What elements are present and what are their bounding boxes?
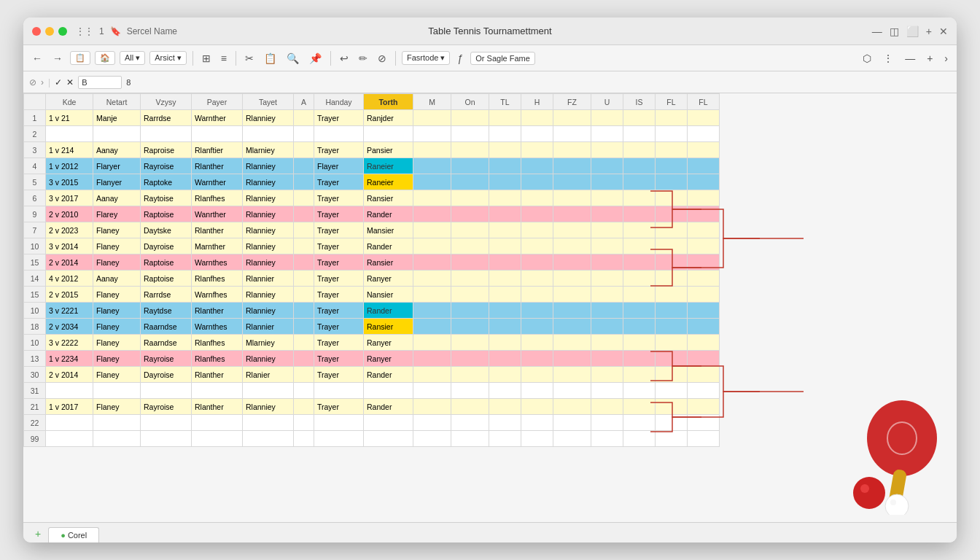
data-cell-14[interactable] — [591, 351, 623, 367]
data-cell-6[interactable] — [294, 287, 314, 303]
data-cell-2[interactable]: Flaney — [93, 367, 141, 383]
sagle-fame-button[interactable]: Or Sagle Fame — [470, 52, 535, 65]
row-number-cell[interactable]: 22 — [24, 415, 46, 431]
data-cell-2[interactable] — [93, 415, 141, 431]
data-cell-13[interactable] — [553, 254, 591, 271]
data-cell-10[interactable] — [451, 415, 489, 431]
table-row[interactable]: 11 v 21ManjeRarrdseWarntherRlannieyTraye… — [24, 110, 720, 126]
data-cell-7[interactable] — [314, 415, 364, 431]
data-cell-3[interactable] — [141, 126, 192, 142]
row-number-cell[interactable]: 31 — [24, 383, 46, 399]
data-cell-3[interactable]: Rayroise — [141, 399, 192, 415]
data-cell-5[interactable]: Rlanniey — [243, 303, 294, 319]
data-cell-13[interactable] — [553, 238, 591, 254]
maximize-button[interactable] — [58, 27, 67, 36]
data-cell-14[interactable] — [591, 431, 623, 447]
table-row[interactable]: 152 v 2014FlaneyRaptoiseWarnthesRlanniey… — [24, 254, 720, 271]
data-cell-1[interactable]: 1 v 21 — [46, 110, 93, 126]
data-cell-7[interactable]: Trayer — [314, 222, 364, 238]
data-cell-10[interactable] — [451, 158, 489, 174]
data-cell-9[interactable] — [413, 367, 451, 383]
data-cell-14[interactable] — [591, 367, 623, 383]
table-row[interactable]: 103 v 2222FlaneyRaarndseRlanfhesMlarniey… — [24, 335, 720, 351]
data-cell-10[interactable] — [451, 399, 489, 415]
undo-icon[interactable]: ↩ — [337, 51, 351, 66]
data-cell-11[interactable] — [489, 303, 521, 319]
data-cell-3[interactable]: Daytske — [141, 222, 192, 238]
data-cell-5[interactable]: Mlarniey — [243, 335, 294, 351]
data-cell-8[interactable]: Rander — [364, 206, 413, 222]
data-cell-2[interactable]: Flaryer — [93, 158, 141, 174]
minimize-button[interactable] — [45, 27, 54, 36]
data-cell-7[interactable]: Trayer — [314, 367, 364, 383]
row-number-cell[interactable]: 9 — [24, 206, 46, 222]
data-cell-17[interactable] — [688, 303, 720, 319]
data-cell-6[interactable] — [294, 415, 314, 431]
data-cell-3[interactable]: Rarrdse — [141, 287, 192, 303]
data-cell-12[interactable] — [521, 367, 553, 383]
data-cell-11[interactable] — [489, 351, 521, 367]
data-cell-16[interactable] — [656, 158, 688, 174]
data-cell-3[interactable]: Rayroise — [141, 158, 192, 174]
data-cell-14[interactable] — [591, 158, 623, 174]
data-cell-3[interactable]: Raytdse — [141, 303, 192, 319]
data-cell-8[interactable]: Rander — [364, 303, 413, 319]
data-cell-14[interactable] — [591, 271, 623, 287]
data-cell-12[interactable] — [521, 126, 553, 142]
data-cell-2[interactable] — [93, 126, 141, 142]
add-sheet-button[interactable]: + — [29, 525, 47, 542]
data-cell-16[interactable] — [656, 271, 688, 287]
data-cell-1[interactable]: 1 v 2234 — [46, 351, 93, 367]
copy-icon[interactable]: 📋 — [261, 51, 279, 66]
data-cell-3[interactable]: Rayroise — [141, 351, 192, 367]
data-cell-14[interactable] — [591, 335, 623, 351]
cell-reference-input[interactable] — [78, 76, 122, 89]
data-cell-15[interactable] — [623, 431, 656, 447]
data-cell-2[interactable]: Flaney — [93, 238, 141, 254]
row-number-cell[interactable]: 4 — [24, 158, 46, 174]
fasrtode-dropdown[interactable]: Fasrtode ▾ — [402, 51, 450, 65]
data-cell-17[interactable] — [688, 206, 720, 222]
data-cell-1[interactable]: 2 v 2023 — [46, 222, 93, 238]
data-cell-13[interactable] — [553, 399, 591, 415]
table-row[interactable]: 31 v 214AanayRaproiseRlanftierMlarnieyTr… — [24, 142, 720, 158]
data-cell-7[interactable]: Trayer — [314, 271, 364, 287]
data-cell-15[interactable] — [623, 158, 656, 174]
data-cell-10[interactable] — [451, 206, 489, 222]
data-cell-3[interactable]: Raproise — [141, 142, 192, 158]
row-number-cell[interactable]: 10 — [24, 238, 46, 254]
data-cell-17[interactable] — [688, 367, 720, 383]
data-cell-1[interactable]: 2 v 2015 — [46, 287, 93, 303]
data-cell-11[interactable] — [489, 126, 521, 142]
data-cell-17[interactable] — [688, 190, 720, 206]
row-number-cell[interactable]: 1 — [24, 110, 46, 126]
data-cell-11[interactable] — [489, 431, 521, 447]
data-cell-15[interactable] — [623, 110, 656, 126]
table-row[interactable]: 103 v 2014FlaneyDayroiseMarntherRlanniey… — [24, 238, 720, 254]
data-cell-5[interactable]: Rlanniey — [243, 158, 294, 174]
minimize-icon[interactable]: — — [872, 26, 882, 37]
close-icon[interactable]: ✕ — [939, 26, 948, 37]
data-cell-3[interactable]: Raptoke — [141, 174, 192, 190]
data-cell-10[interactable] — [451, 287, 489, 303]
row-number-cell[interactable]: 7 — [24, 222, 46, 238]
data-cell-3[interactable] — [141, 431, 192, 447]
data-cell-16[interactable] — [656, 110, 688, 126]
data-cell-15[interactable] — [623, 367, 656, 383]
data-cell-6[interactable] — [294, 271, 314, 287]
data-cell-9[interactable] — [413, 415, 451, 431]
data-cell-5[interactable]: Rlanniey — [243, 351, 294, 367]
table-row[interactable]: 2 — [24, 126, 720, 142]
data-cell-1[interactable]: 1 v 2017 — [46, 399, 93, 415]
data-cell-16[interactable] — [656, 399, 688, 415]
col-header-vzysy[interactable]: Vzysy — [141, 94, 192, 110]
data-cell-4[interactable]: Rlanfhes — [192, 190, 243, 206]
col-header-fl[interactable]: FL — [656, 94, 688, 110]
data-cell-4[interactable]: Warnther — [192, 110, 243, 126]
formula-input[interactable] — [126, 78, 951, 87]
data-cell-7[interactable] — [314, 431, 364, 447]
data-cell-5[interactable]: Rlanniey — [243, 206, 294, 222]
data-cell-6[interactable] — [294, 367, 314, 383]
data-cell-12[interactable] — [521, 206, 553, 222]
data-cell-16[interactable] — [656, 238, 688, 254]
